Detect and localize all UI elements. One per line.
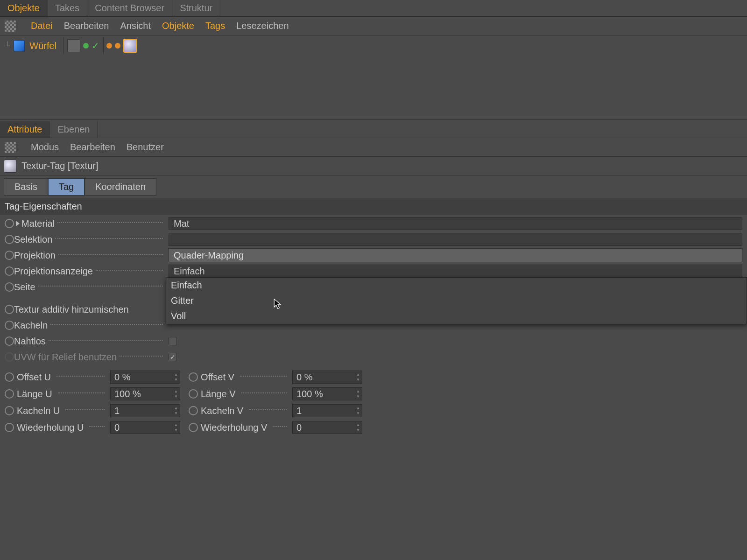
anim-dot[interactable] <box>189 389 198 399</box>
nahtlos-checkbox[interactable] <box>169 337 177 345</box>
row-offset: Offset U 0 %▲▼ Offset V 0 %▲▼ <box>0 369 747 385</box>
spinner-icon[interactable]: ▲▼ <box>355 372 361 382</box>
selektion-field[interactable] <box>169 233 742 246</box>
subtab-tag[interactable]: Tag <box>48 178 85 196</box>
section-header: Tag-Eigenschaften <box>0 198 747 215</box>
tab-struktur[interactable]: Struktur <box>172 0 220 16</box>
projektionsanzeige-dropdown[interactable]: Einfach <box>169 265 742 278</box>
row-kacheln: Kacheln U 1▲▼ Kacheln V 1▲▼ <box>0 402 747 419</box>
tab-ebenen[interactable]: Ebenen <box>50 121 98 138</box>
dots <box>49 340 163 341</box>
spinner-icon[interactable]: ▲▼ <box>173 389 179 399</box>
prop-material: Material Mat <box>0 216 747 231</box>
anim-dot[interactable] <box>5 336 14 346</box>
menu-datei[interactable]: Datei <box>31 21 53 31</box>
anim-dot[interactable] <box>5 372 14 382</box>
object-name[interactable]: Würfel <box>29 41 56 51</box>
attribute-tab-bar: Attribute Ebenen <box>0 121 747 138</box>
num-label: Kacheln U <box>17 406 60 416</box>
layer-color-icon[interactable] <box>67 39 80 52</box>
offset-u-field[interactable]: 0 %▲▼ <box>110 371 180 384</box>
render-visibility-dot[interactable] <box>106 43 112 49</box>
prop-label: Seite <box>14 282 35 293</box>
wieder-u-field[interactable]: 0▲▼ <box>110 421 180 434</box>
attribute-title: Textur-Tag [Textur] <box>21 161 99 171</box>
subtab-koordinaten[interactable]: Koordinaten <box>85 178 156 196</box>
spinner-icon[interactable]: ▲▼ <box>355 389 361 399</box>
spinner-icon[interactable]: ▲▼ <box>355 406 361 416</box>
num-label: Offset V <box>201 372 234 383</box>
menu-option-gitter[interactable]: Gitter <box>166 293 747 308</box>
anim-dot[interactable] <box>5 423 14 432</box>
menu-tags[interactable]: Tags <box>205 21 225 31</box>
dots <box>273 426 287 427</box>
anim-dot[interactable] <box>5 251 14 260</box>
tab-content-browser[interactable]: Content Browser <box>87 0 172 16</box>
laenge-u-field[interactable]: 100 %▲▼ <box>110 387 180 400</box>
anim-dot[interactable] <box>189 406 198 415</box>
row-laenge: Länge U 100 %▲▼ Länge V 100 %▲▼ <box>0 385 747 402</box>
object-manager-tree: └ Würfel ✓ <box>0 35 747 119</box>
projektion-dropdown[interactable]: Quader-Mapping <box>169 248 742 262</box>
editor-visibility-dot[interactable] <box>83 43 89 49</box>
menu-ansicht[interactable]: Ansicht <box>120 21 151 31</box>
tab-takes[interactable]: Takes <box>48 0 87 16</box>
tab-attribute[interactable]: Attribute <box>0 121 50 138</box>
object-toggles: ✓ <box>63 37 104 54</box>
anim-dot[interactable] <box>5 282 14 292</box>
anim-dot[interactable] <box>5 235 14 244</box>
wieder-v-field[interactable]: 0▲▼ <box>292 421 362 434</box>
anim-dot[interactable] <box>5 389 14 399</box>
uvw-checkbox[interactable] <box>169 353 177 361</box>
texture-tag-icon[interactable] <box>123 39 137 53</box>
menu-bearbeiten-attr[interactable]: Bearbeiten <box>70 142 115 153</box>
object-row[interactable]: └ Würfel ✓ <box>5 37 742 54</box>
prop-label: Nahtlos <box>14 336 46 347</box>
menu-lesezeichen[interactable]: Lesezeichen <box>236 21 289 31</box>
spinner-icon[interactable]: ▲▼ <box>355 422 361 433</box>
menu-option-voll[interactable]: Voll <box>166 308 747 324</box>
num-label: Wiederholung U <box>17 422 84 433</box>
menu-bearbeiten[interactable]: Bearbeiten <box>64 21 109 31</box>
spinner-icon[interactable]: ▲▼ <box>173 422 179 433</box>
prop-nahtlos: Nahtlos <box>0 333 747 349</box>
num-label: Länge V <box>201 389 236 399</box>
spinner-icon[interactable]: ▲▼ <box>173 372 179 382</box>
tab-objekte[interactable]: Objekte <box>0 0 48 16</box>
offset-v-field[interactable]: 0 %▲▼ <box>292 371 362 384</box>
anim-dot[interactable] <box>5 266 14 276</box>
menu-modus[interactable]: Modus <box>31 142 59 153</box>
kacheln-v-field[interactable]: 1▲▼ <box>292 404 362 417</box>
anim-dot[interactable] <box>5 305 14 314</box>
menu-objekte[interactable]: Objekte <box>162 21 194 31</box>
spinner-icon[interactable]: ▲▼ <box>173 406 179 416</box>
num-label: Offset U <box>17 372 51 383</box>
subtab-basis[interactable]: Basis <box>4 178 48 196</box>
anim-dot[interactable] <box>5 406 14 415</box>
attribute-sub-tabs: Basis Tag Koordinaten <box>0 175 747 198</box>
view-icon[interactable] <box>5 21 16 32</box>
menu-option-einfach[interactable]: Einfach <box>166 278 747 293</box>
dots <box>96 270 163 271</box>
anim-dot[interactable] <box>189 423 198 432</box>
texture-tag-thumb-icon <box>4 160 17 173</box>
projektionsanzeige-menu: Einfach Gitter Voll <box>166 277 747 324</box>
prop-projektion: Projektion Quader-Mapping <box>0 247 747 263</box>
anim-dot[interactable] <box>5 321 14 330</box>
dots <box>57 222 163 223</box>
material-field[interactable]: Mat <box>169 217 742 230</box>
menu-benutzer[interactable]: Benutzer <box>127 142 164 153</box>
top-tab-bar: Objekte Takes Content Browser Struktur <box>0 0 747 17</box>
view-icon[interactable] <box>5 142 16 153</box>
prop-uvw: UVW für Relief benutzen <box>0 349 747 365</box>
laenge-v-field[interactable]: 100 %▲▼ <box>292 387 362 400</box>
dots <box>65 409 105 410</box>
expand-arrow-icon[interactable] <box>16 221 20 226</box>
dots <box>56 376 105 377</box>
prop-label: Kacheln <box>14 320 48 331</box>
anim-dot[interactable] <box>5 219 14 228</box>
render-visibility-dot-2[interactable] <box>115 43 120 49</box>
anim-dot[interactable] <box>189 372 198 382</box>
kacheln-u-field[interactable]: 1▲▼ <box>110 404 180 417</box>
dots <box>58 392 105 393</box>
